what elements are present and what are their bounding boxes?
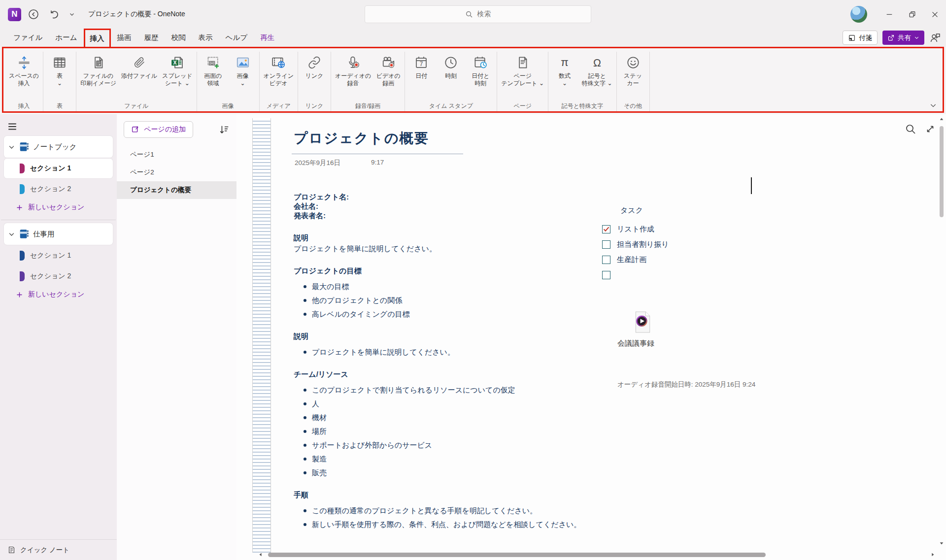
undo-button[interactable] — [46, 6, 63, 23]
fullscreen-expand-icon[interactable] — [924, 123, 936, 135]
sidebar-section-セクション 1[interactable]: セクション 1 — [4, 246, 113, 265]
ribbon-button-file-printout[interactable]: ファイルの 印刷イメージ — [78, 52, 119, 88]
ribbon-button-link[interactable]: リンク — [300, 52, 329, 81]
navigation-menu-button[interactable] — [7, 120, 20, 133]
page-item-プロジェクトの概要[interactable]: プロジェクトの概要 — [117, 181, 236, 199]
ribbon-button-attachment[interactable]: 添付ファイル — [119, 52, 160, 81]
quick-notes-button[interactable]: クイック ノート — [0, 539, 117, 560]
search-page-icon[interactable] — [905, 123, 916, 135]
note-bullet[interactable]: 新しい手順を使用する際の、条件、利点、および問題などを相談してください。 — [294, 520, 609, 529]
page-date[interactable]: 2025年9月16日 — [295, 159, 340, 167]
notebook-item-仕事用[interactable]: 仕事用 — [4, 223, 113, 245]
task-label[interactable]: 生産計画 — [617, 255, 646, 264]
menu-tab-描画[interactable]: 描画 — [111, 29, 138, 47]
menu-tab-履歴[interactable]: 履歴 — [138, 29, 165, 47]
menu-tab-校閲[interactable]: 校閲 — [165, 29, 192, 47]
audio-attachment[interactable]: 会議議事録 — [617, 311, 654, 348]
note-bullet[interactable]: サポートおよび外部からのサービス — [294, 440, 609, 450]
sidebar-section-セクション 1[interactable]: セクション 1 — [4, 159, 113, 178]
note-body[interactable]: プロジェクト名:会社名:発表者名: 説明プロジェクトを簡単に説明してください。プ… — [294, 192, 609, 533]
note-bullet[interactable]: プロジェクトを簡単に説明してください。 — [294, 347, 609, 357]
note-bullet[interactable]: 販売 — [294, 468, 609, 477]
menu-tab-挿入[interactable]: 挿入 — [84, 29, 111, 47]
back-button[interactable] — [25, 6, 42, 23]
note-heading[interactable]: 説明 — [294, 331, 609, 341]
note-bullet[interactable]: 最大の目標 — [294, 282, 609, 291]
note-bullet[interactable]: この種類の通常のプロジェクトと異なる手順を明記してください。 — [294, 506, 609, 515]
minimize-button[interactable] — [878, 0, 901, 29]
note-field[interactable]: 発表者名: — [294, 211, 609, 220]
note-field[interactable]: プロジェクト名: — [294, 192, 609, 201]
ribbon-button-date[interactable]: 7日付 — [406, 52, 436, 81]
note-bullet[interactable]: 高レベルのタイミングの目標 — [294, 309, 609, 319]
task-label[interactable]: 担当者割り振り — [617, 240, 669, 249]
task-checkbox[interactable] — [602, 256, 610, 264]
note-bullet[interactable]: 他のプロジェクトとの関係 — [294, 296, 609, 305]
menu-tab-再生[interactable]: 再生 — [254, 29, 281, 47]
note-field[interactable]: 会社名: — [294, 201, 609, 211]
ribbon-button-sticker[interactable]: ステッ カー — [618, 52, 648, 88]
menu-tab-ヘルプ[interactable]: ヘルプ — [219, 29, 254, 47]
note-heading[interactable]: 手順 — [294, 490, 609, 499]
ribbon-button-picture[interactable]: 画像 ⌄ — [228, 52, 258, 88]
vertical-scrollbar[interactable] — [938, 114, 945, 548]
task-checkbox[interactable] — [602, 271, 610, 279]
new-section-button[interactable]: 新しいセクション — [0, 286, 117, 303]
scroll-right-button[interactable] — [928, 550, 937, 559]
page-canvas[interactable]: プロジェクトの概要 2025年9月16日 9:17 プロジェクト名:会社名:発表… — [236, 114, 946, 560]
search-input[interactable]: 検索 — [365, 5, 591, 23]
sidebar-section-セクション 2[interactable]: セクション 2 — [4, 266, 113, 286]
task-list-title[interactable]: タスク — [620, 206, 730, 215]
note-bullet[interactable]: 人 — [294, 399, 609, 408]
note-paragraph[interactable]: プロジェクトを簡単に説明してください。 — [294, 244, 609, 253]
note-heading[interactable]: 説明 — [294, 233, 609, 242]
ribbon-button-table[interactable]: 表 ⌄ — [45, 52, 74, 88]
note-heading[interactable]: プロジェクトの目標 — [294, 266, 609, 275]
note-bullet[interactable]: このプロジェクトで割り当てられるリソースについての仮定 — [294, 385, 609, 395]
note-bullet[interactable]: 機材 — [294, 413, 609, 422]
page-title[interactable]: プロジェクトの概要 — [294, 129, 429, 148]
horizontal-scrollbar[interactable] — [256, 550, 937, 559]
task-checkbox-checked[interactable] — [602, 225, 610, 233]
sort-pages-icon[interactable] — [219, 124, 230, 135]
close-button[interactable] — [923, 0, 946, 29]
ribbon-button-time[interactable]: 時刻 — [436, 52, 466, 81]
ribbon-button-date-time[interactable]: 日付と 時刻 — [466, 52, 495, 88]
ribbon-button-screen-clip[interactable]: 画面の 領域 — [199, 52, 228, 88]
quick-access-dropdown[interactable] — [64, 6, 80, 23]
restore-button[interactable] — [901, 0, 923, 29]
menu-tab-表示[interactable]: 表示 — [192, 29, 219, 47]
note-bullet[interactable]: 場所 — [294, 427, 609, 436]
scroll-down-button[interactable] — [938, 539, 945, 547]
horizontal-scroll-thumb[interactable] — [268, 553, 766, 557]
page-item-ページ1[interactable]: ページ1 — [117, 146, 236, 164]
share-button[interactable]: 共有 — [882, 31, 924, 45]
scroll-up-button[interactable] — [938, 115, 945, 123]
note-bullet[interactable]: 製造 — [294, 454, 609, 463]
ribbon-button-equation[interactable]: π数式 ⌄ — [550, 52, 579, 88]
ribbon-button-insert-space[interactable]: スペースの 挿入 — [6, 52, 41, 88]
collapse-ribbon-button[interactable] — [929, 101, 937, 109]
audio-file-label[interactable]: 会議議事録 — [617, 339, 654, 348]
task-checkbox[interactable] — [602, 240, 610, 249]
sticky-notes-button[interactable]: 付箋 — [843, 31, 878, 45]
ribbon-button-audio-record[interactable]: オーディオの 録音 — [333, 52, 373, 88]
audio-file-icon[interactable] — [633, 311, 654, 333]
page-time[interactable]: 9:17 — [371, 159, 384, 167]
task-label[interactable]: リスト作成 — [617, 225, 654, 234]
ribbon-button-video-record[interactable]: ビデオの 録画 — [373, 52, 403, 88]
menu-tab-ファイル[interactable]: ファイル — [7, 29, 49, 47]
sidebar-section-セクション 2[interactable]: セクション 2 — [4, 179, 113, 199]
ribbon-button-online-video[interactable]: オンライン ビデオ — [261, 52, 296, 88]
ribbon-button-symbol[interactable]: Ω記号と 特殊文字 ⌄ — [579, 52, 614, 88]
vertical-scroll-thumb[interactable] — [940, 126, 944, 217]
add-page-button[interactable]: ページの追加 — [124, 121, 193, 138]
new-section-button[interactable]: 新しいセクション — [0, 199, 117, 216]
scroll-left-button[interactable] — [256, 550, 265, 559]
avatar[interactable] — [850, 6, 867, 23]
contacts-feedback-icon[interactable] — [929, 32, 941, 44]
ribbon-button-page-template[interactable]: ページ テンプレート ⌄ — [499, 52, 546, 88]
page-item-ページ2[interactable]: ページ2 — [117, 164, 236, 181]
notebook-item-ノートブック[interactable]: ノートブック — [4, 136, 113, 158]
note-heading[interactable]: チーム/リソース — [294, 369, 609, 379]
